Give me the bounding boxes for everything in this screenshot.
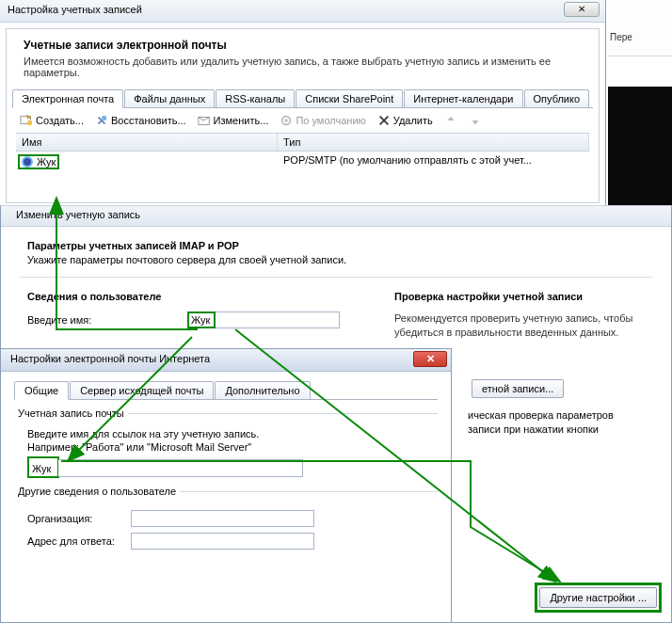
tab-internet-cal[interactable]: Интернет-календари: [404, 89, 522, 107]
internet-email-title: Настройки электронной почты Интернета: [10, 353, 210, 364]
col-type[interactable]: Тип: [278, 134, 589, 151]
ribbon-fragment: Пере: [608, 0, 672, 56]
arrow-down-icon: [469, 114, 482, 127]
tab-outgoing[interactable]: Сервер исходящей почты: [70, 381, 214, 399]
other-settings-highlight: Другие настройки ...: [535, 583, 662, 613]
other-user-info-legend: Другие сведения о пользователе: [14, 486, 180, 497]
close-icon: ✕: [578, 4, 585, 14]
account-tabs: Электронная почта Файлы данных RSS-канал…: [12, 89, 593, 108]
svg-point-5: [285, 119, 289, 122]
org-label: Организация:: [27, 513, 131, 524]
ribbon-label: Пере: [610, 32, 672, 42]
repair-label: Восстановить...: [111, 115, 186, 126]
check-info: Рекомендуется проверить учетную запись, …: [394, 312, 652, 340]
account-name-input[interactable]: [58, 459, 303, 477]
move-up-button[interactable]: [440, 112, 461, 129]
other-settings-button[interactable]: Другие настройки ...: [539, 587, 657, 608]
test-account-label: етной записи...: [482, 383, 553, 394]
move-down-button[interactable]: [465, 112, 486, 129]
accounts-toolbar: Создать... Восстановить... Изменить... П…: [7, 108, 599, 131]
edit-label: Изменить...: [214, 115, 269, 126]
account-settings-window: Настройка учетных записей ✕ Учетные запи…: [0, 0, 606, 207]
repair-icon: [95, 114, 108, 127]
table-row[interactable]: Жук POP/SMTP (по умолчанию отправлять с …: [16, 152, 589, 172]
params-title: Параметры учетных записей IMAP и POP: [27, 240, 652, 251]
tab-rss[interactable]: RSS-каналы: [216, 89, 295, 107]
accounts-table-header: Имя Тип: [16, 133, 589, 152]
account-name: Жук: [37, 156, 56, 168]
reply-input[interactable]: [131, 533, 314, 550]
tab-sharepoint[interactable]: Списки SharePoint: [296, 89, 403, 107]
svg-point-1: [27, 120, 32, 125]
user-info-section: Сведения о пользователе: [27, 291, 366, 302]
name-label: Введите имя:: [27, 314, 187, 326]
other-settings-label: Другие настройки ...: [550, 592, 647, 603]
check-section: Проверка настройки учетной записи: [394, 291, 652, 302]
account-settings-titlebar: Настройка учетных записей ✕: [0, 0, 605, 23]
create-label: Создать...: [36, 115, 84, 126]
tab-advanced[interactable]: Дополнительно: [215, 381, 310, 399]
create-button[interactable]: Создать...: [16, 112, 88, 129]
new-icon: [20, 114, 33, 127]
autocheck-text1: ическая проверка параметров: [468, 409, 614, 421]
close-icon: ✕: [426, 353, 435, 364]
account-desc1: Введите имя для ссылок на эту учетную за…: [27, 428, 438, 439]
col-name[interactable]: Имя: [16, 134, 278, 151]
account-desc2: Например: "Работа" или "Microsoft Mail S…: [27, 441, 438, 453]
account-name-input-highlighted[interactable]: [29, 460, 57, 476]
account-name-highlight: Жук: [18, 154, 59, 169]
change-account-titlebar: Изменить учетную запись: [1, 206, 671, 227]
autocheck-text2: записи при нажатии кнопки: [468, 423, 599, 435]
account-name-highlight: [27, 456, 59, 478]
set-default-button[interactable]: По умолчанию: [276, 112, 369, 129]
internet-email-titlebar: Настройки электронной почты Интернета ✕: [1, 349, 451, 372]
delete-label: Удалить: [393, 115, 433, 126]
mail-account-legend: Учетная запись почты: [14, 407, 128, 419]
internet-email-tabs: Общие Сервер исходящей почты Дополнитель…: [14, 381, 438, 400]
edit-icon: [198, 114, 211, 127]
repair-button[interactable]: Восстановить...: [91, 112, 190, 129]
delete-button[interactable]: Удалить: [374, 112, 437, 129]
arrow-up-icon: [444, 114, 457, 127]
edit-button[interactable]: Изменить...: [194, 112, 273, 129]
svg-point-2: [102, 116, 106, 120]
internet-email-settings-window: Настройки электронной почты Интернета ✕ …: [0, 348, 452, 623]
test-account-button[interactable]: етной записи...: [472, 379, 564, 398]
close-button[interactable]: ✕: [564, 2, 600, 17]
mail-account-fieldset: Учетная запись почты Введите имя для ссы…: [14, 407, 438, 478]
default-account-icon: [22, 156, 33, 168]
tab-published[interactable]: Опублико: [524, 89, 590, 107]
change-account-title: Изменить учетную запись: [16, 209, 140, 220]
intro-text: Имеется возможность добавить или удалить…: [24, 56, 582, 78]
close-button[interactable]: ✕: [413, 351, 447, 367]
intro-title: Учетные записи электронной почты: [24, 39, 582, 52]
delete-icon: [377, 114, 391, 127]
default-icon: [280, 114, 293, 127]
params-text: Укажите параметры почтового сервера для …: [27, 254, 652, 265]
account-type: POP/SMTP (по умолчанию отправлять с этой…: [278, 152, 589, 172]
org-input[interactable]: [131, 510, 314, 527]
default-label: По умолчанию: [296, 115, 365, 126]
name-input[interactable]: [187, 312, 340, 328]
account-settings-title: Настройка учетных записей: [8, 4, 142, 15]
other-user-info-fieldset: Другие сведения о пользователе Организац…: [14, 486, 438, 550]
tab-general[interactable]: Общие: [14, 381, 69, 400]
tab-email[interactable]: Электронная почта: [12, 89, 123, 108]
tab-data-files[interactable]: Файлы данных: [124, 89, 215, 107]
reply-label: Адрес для ответа:: [27, 535, 131, 547]
